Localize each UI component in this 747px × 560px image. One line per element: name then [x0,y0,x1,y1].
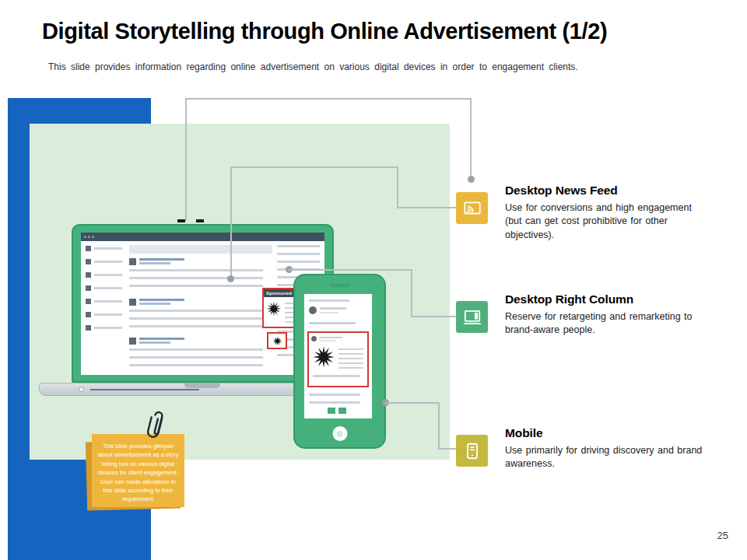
phone-screen [304,294,372,418]
connector-line [411,316,456,317]
feature-desktop-news-feed: Desktop News Feed Use for conversions an… [456,184,714,242]
desktop-right-column-icon [456,301,488,333]
connector-line [185,98,187,221]
connector-line [230,166,398,168]
feature-desktop-right-column: Desktop Right Column Reserve for retarge… [456,292,714,338]
mobile-phone-illustration [293,274,386,449]
feature-description: Reserve for retargeting and remarketing … [505,310,703,338]
laptop-top-mark [177,219,185,222]
cast-screen-icon [456,192,488,224]
connector-line [185,98,472,100]
mobile-phone-icon [456,435,488,467]
connector-line [230,166,232,278]
connector-line [289,269,412,271]
connector-line [397,166,398,208]
laptop-base-notch [184,383,220,388]
connector-line [438,448,456,450]
connector-dot [468,176,475,183]
feature-text: Mobile Use primarily for driving discove… [505,426,703,471]
starburst-icon [312,345,335,369]
sticky-note: This slide provides glimpse about advert… [92,434,184,507]
phone-speaker [330,284,350,287]
feature-description: Use primarily for driving discovery and … [505,444,703,471]
laptop-base-button [79,387,84,392]
feature-text: Desktop Right Column Reserve for retarge… [505,292,703,338]
connector-line [385,402,440,404]
connector-line [397,207,456,208]
slide-canvas: Digital Storytelling through Online Adve… [0,0,747,560]
laptop-top-mark [196,219,204,222]
feature-mobile: Mobile Use primarily for driving discove… [456,426,714,471]
slide-subtitle: This slide provides information regardin… [48,61,578,72]
phone-home-button [332,426,347,441]
browser-top-bar [81,233,324,241]
sticky-note-text: This slide provides glimpse about advert… [92,434,184,512]
connector-line [470,98,472,177]
connector-line [411,269,412,317]
mobile-ad-box [307,331,369,387]
slide-title: Digital Storytelling through Online Adve… [42,19,607,44]
page-number: 25 [717,530,728,541]
connector-dot [227,275,234,282]
feature-title: Mobile [505,426,703,440]
feed-post [129,258,272,294]
laptop-base-groove [90,389,199,390]
starburst-icon [266,301,282,317]
feature-title: Desktop Right Column [505,292,703,306]
small-ad-box [267,332,287,349]
connector-line [438,402,440,450]
feature-text: Desktop News Feed Use for conversions an… [505,184,703,242]
feed-sidebar [86,246,122,338]
feature-description: Use for conversions and high engagement … [505,201,703,242]
feed-cover-bar [129,245,272,254]
feed-post [129,338,272,373]
feed-post [129,299,272,334]
feature-title: Desktop News Feed [505,184,703,198]
starburst-icon [272,336,282,346]
